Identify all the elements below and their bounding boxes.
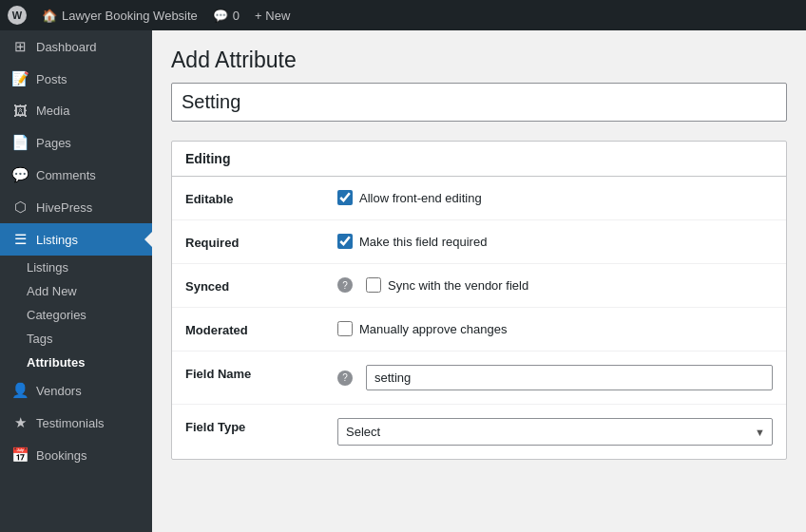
sidebar-item-bookings[interactable]: 📅 Bookings	[0, 439, 152, 471]
testimonials-icon: ★	[11, 414, 29, 431]
wp-logo-button[interactable]: W	[8, 6, 27, 25]
sub-item-add-new[interactable]: Add New	[0, 279, 152, 303]
page-header: Add Attribute	[152, 30, 806, 83]
sidebar-item-label: Listings	[36, 233, 78, 247]
synced-checkbox[interactable]	[366, 277, 381, 293]
synced-checkbox-label: Sync with the vendor field	[388, 278, 528, 293]
synced-checkbox-wrap: Sync with the vendor field	[366, 277, 528, 293]
sidebar-item-label: Media	[36, 104, 69, 118]
sub-item-tags[interactable]: Tags	[0, 327, 152, 351]
media-icon: 🖼	[11, 103, 29, 119]
sidebar-item-posts[interactable]: 📝 Posts	[0, 63, 152, 95]
required-checkbox-label: Make this field required	[359, 235, 487, 249]
field-type-select-wrap: Select ▼	[337, 418, 773, 446]
editing-section: Editing Editable Allow front-end editing…	[171, 141, 787, 460]
editable-control: Allow front-end editing	[337, 190, 773, 205]
main-content: Add Attribute Editing Editable Allow fro…	[152, 30, 806, 532]
moderated-label: Moderated	[185, 321, 337, 337]
vendors-icon: 👤	[11, 382, 29, 399]
synced-row: Synced ? Sync with the vendor field	[172, 264, 786, 308]
field-name-input[interactable]	[366, 365, 773, 390]
dashboard-icon: ⊞	[11, 38, 29, 55]
moderated-row: Moderated Manually approve changes	[172, 308, 786, 352]
required-control: Make this field required	[337, 234, 773, 249]
sidebar-item-pages[interactable]: 📄 Pages	[0, 126, 152, 159]
sidebar-item-label: Posts	[36, 72, 67, 86]
field-type-control: Select ▼	[337, 418, 773, 446]
new-button[interactable]: + New	[255, 9, 290, 23]
field-type-label: Field Type	[185, 418, 337, 434]
moderated-checkbox[interactable]	[337, 321, 353, 336]
comments-icon: 💬	[213, 9, 228, 23]
sidebar-item-testimonials[interactable]: ★ Testimonials	[0, 407, 152, 439]
sidebar-item-label: Comments	[36, 168, 96, 182]
home-icon: 🏠	[42, 9, 57, 23]
setting-input-wrap	[171, 83, 787, 122]
wp-logo-icon: W	[8, 6, 27, 25]
comments-count: 0	[233, 9, 240, 23]
sub-item-categories[interactable]: Categories	[0, 303, 152, 327]
field-name-row: Field Name ?	[172, 352, 786, 405]
synced-label: Synced	[185, 277, 337, 294]
posts-icon: 📝	[11, 70, 29, 87]
listings-submenu: Listings Add New Categories Tags Attribu…	[0, 256, 152, 374]
site-name-text: Lawyer Booking Website	[62, 9, 198, 23]
sidebar-item-label: Dashboard	[36, 40, 97, 54]
field-type-row: Field Type Select ▼	[172, 405, 786, 459]
comments-link[interactable]: 💬 0	[213, 9, 240, 23]
editable-row: Editable Allow front-end editing	[172, 177, 786, 220]
sidebar-item-label: Testimonials	[36, 416, 105, 430]
new-label: + New	[255, 9, 290, 23]
field-name-control: ?	[337, 365, 773, 390]
sidebar-item-vendors[interactable]: 👤 Vendors	[0, 374, 152, 407]
layout: ⊞ Dashboard 📝 Posts 🖼 Media 📄 Pages 💬 Co…	[0, 30, 806, 532]
required-label: Required	[185, 234, 337, 250]
editable-label: Editable	[185, 190, 337, 206]
hivepress-icon: ⬡	[11, 199, 29, 216]
editable-checkbox[interactable]	[337, 190, 353, 205]
moderated-checkbox-label: Manually approve changes	[359, 322, 507, 336]
page-title: Add Attribute	[171, 48, 787, 73]
sidebar-item-label: HivePress	[36, 200, 92, 215]
topbar: W 🏠 Lawyer Booking Website 💬 0 + New	[0, 0, 806, 30]
field-name-help-icon[interactable]: ?	[337, 370, 353, 386]
sidebar-item-listings[interactable]: ☰ Listings	[0, 223, 152, 256]
sidebar-item-dashboard[interactable]: ⊞ Dashboard	[0, 30, 152, 63]
editable-checkbox-label: Allow front-end editing	[359, 191, 482, 205]
editable-checkbox-wrap: Allow front-end editing	[337, 190, 482, 205]
required-checkbox[interactable]	[337, 234, 353, 249]
sidebar-item-label: Vendors	[36, 384, 82, 398]
editing-section-header: Editing	[172, 142, 786, 177]
moderated-checkbox-wrap: Manually approve changes	[337, 321, 507, 336]
required-row: Required Make this field required	[172, 220, 786, 264]
comments-icon: 💬	[11, 166, 29, 183]
sidebar: ⊞ Dashboard 📝 Posts 🖼 Media 📄 Pages 💬 Co…	[0, 30, 152, 532]
pages-icon: 📄	[11, 134, 29, 151]
sidebar-item-label: Bookings	[36, 448, 86, 463]
setting-name-input[interactable]	[171, 83, 787, 122]
sidebar-item-comments[interactable]: 💬 Comments	[0, 159, 152, 191]
sub-item-attributes[interactable]: Attributes	[0, 351, 152, 374]
listings-icon: ☰	[11, 231, 29, 248]
sidebar-item-hivepress[interactable]: ⬡ HivePress	[0, 191, 152, 223]
field-name-label: Field Name	[185, 365, 337, 381]
bookings-icon: 📅	[11, 446, 29, 464]
required-checkbox-wrap: Make this field required	[337, 234, 487, 249]
moderated-control: Manually approve changes	[337, 321, 773, 336]
sidebar-item-label: Pages	[36, 136, 71, 150]
site-name-link[interactable]: 🏠 Lawyer Booking Website	[42, 9, 198, 23]
synced-help-icon[interactable]: ?	[337, 277, 353, 293]
synced-control: ? Sync with the vendor field	[337, 277, 773, 293]
sub-item-listings[interactable]: Listings	[0, 256, 152, 279]
field-type-select[interactable]: Select	[337, 418, 773, 446]
sidebar-item-media[interactable]: 🖼 Media	[0, 95, 152, 126]
